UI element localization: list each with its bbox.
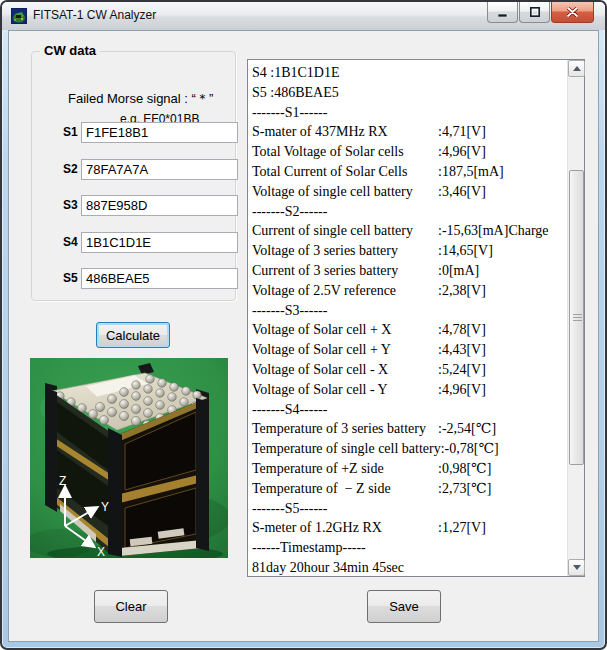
output-line: -------S1------ (252, 103, 567, 123)
scrollbar-grip-icon (573, 314, 582, 322)
app-window: FITSAT-1 CW Analyzer (0, 0, 607, 650)
save-button[interactable]: Save (367, 590, 441, 623)
output-line-label: -------S4------ (252, 400, 438, 420)
s2-input[interactable] (81, 159, 238, 180)
output-line-label: Voltage of single cell battery (252, 182, 438, 202)
scroll-up-button[interactable] (568, 60, 585, 77)
output-line-label: Current of single cell battery (252, 221, 438, 241)
output-line: S-mater of 437MHz RX:4,71[V] (252, 122, 567, 142)
groupbox-title: CW data (40, 43, 100, 58)
output-line-label: Temperature of single cell battery (252, 439, 441, 459)
output-line-label: ------Timestamp----- (252, 538, 438, 558)
output-line: Voltage of 3 series battery:14,65[V] (252, 241, 567, 261)
output-line: Voltage of Solar cell - X:5,24[V] (252, 360, 567, 380)
output-line-value: :0,98[℃] (438, 461, 491, 476)
output-line-value: :4,96[V] (438, 382, 486, 397)
output-line-value: :4,43[V] (438, 342, 486, 357)
output-line: Temperature of +Z side:0,98[℃] (252, 459, 567, 479)
output-line-label: 81day 20hour 34min 45sec (252, 558, 438, 576)
output-lines: S4 :1B1C1D1ES5 :486BEAE5-------S1------S… (248, 60, 567, 576)
maximize-button[interactable] (519, 2, 550, 23)
s2-label: S2 (63, 162, 78, 176)
output-line-label: Voltage of 3 series battery (252, 241, 438, 261)
axis-x-label: X (97, 545, 105, 558)
output-line: Total Voltage of Solar cells:4,96[V] (252, 142, 567, 162)
s4-input[interactable] (81, 232, 238, 253)
output-line: -------S2------ (252, 202, 567, 222)
clear-button[interactable]: Clear (94, 590, 168, 623)
output-line: Voltage of 2.5V reference:2,38[V] (252, 281, 567, 301)
axis-y-label: Y (101, 500, 109, 514)
output-line: S5 :486BEAE5 (252, 83, 567, 103)
output-line-value: :-0,78[℃] (441, 441, 499, 456)
close-icon (567, 7, 578, 17)
telemetry-output-box[interactable]: S4 :1B1C1D1ES5 :486BEAE5-------S1------S… (247, 59, 585, 577)
caption-buttons (487, 2, 594, 23)
output-line-label: Temperature of 3 series battery (252, 419, 438, 439)
axis-z-label: Z (59, 474, 66, 488)
scroll-down-icon (573, 565, 581, 570)
minimize-button[interactable] (487, 2, 518, 23)
output-line-value: :2,38[V] (438, 283, 486, 298)
s1-input[interactable] (81, 122, 238, 143)
output-line-value: :5,24[V] (438, 362, 486, 377)
client-area: CW data Failed Morse signal : “＊” e.g. E… (8, 30, 599, 642)
maximize-icon (530, 7, 540, 17)
window-title: FITSAT-1 CW Analyzer (33, 2, 156, 30)
scroll-down-button[interactable] (568, 559, 585, 576)
scroll-up-icon (573, 66, 581, 71)
s5-input[interactable] (81, 268, 238, 289)
output-line-label: Voltage of Solar cell + Y (252, 340, 438, 360)
output-line-value: :0[mA] (438, 263, 479, 278)
satellite-photo: Z Y X (30, 358, 228, 558)
output-line-label: S5 :486BEAE5 (252, 83, 438, 103)
output-line: Temperature of single cell battery:-0,78… (252, 439, 567, 459)
output-line-label: -------S3------ (252, 301, 438, 321)
output-line-value: :-15,63[mA]Charge (438, 223, 549, 238)
output-line: Temperature of 3 series battery:-2,54[℃] (252, 419, 567, 439)
output-line-label: Current of 3 series battery (252, 261, 438, 281)
output-line-label: S-mater of 437MHz RX (252, 122, 438, 142)
output-line-value: :4,96[V] (438, 144, 486, 159)
output-line: Current of single cell battery:-15,63[mA… (252, 221, 567, 241)
s4-label: S4 (63, 235, 78, 249)
output-line-label: S-meter of 1.2GHz RX (252, 518, 438, 538)
output-line-label: Voltage of Solar cell + X (252, 320, 438, 340)
output-line: Voltage of single cell battery:3,46[V] (252, 182, 567, 202)
output-line: Total Current of Solar Cells:187,5[mA] (252, 162, 567, 182)
output-line-value: :4,78[V] (438, 322, 486, 337)
output-line: 81day 20hour 34min 45sec (252, 558, 567, 576)
s5-label: S5 (63, 271, 78, 285)
output-line-label: -------S2------ (252, 202, 438, 222)
output-line-value: :14,65[V] (438, 243, 493, 258)
minimize-icon (498, 8, 508, 17)
output-line-label: S4 :1B1C1D1E (252, 63, 438, 83)
close-button[interactable] (551, 2, 594, 23)
s1-label: S1 (63, 125, 78, 139)
output-line-value: :1,27[V] (438, 520, 486, 535)
output-line: ------Timestamp----- (252, 538, 567, 558)
output-line: Voltage of Solar cell + X:4,78[V] (252, 320, 567, 340)
output-line-label: Temperature of − Z side (252, 479, 438, 499)
output-line: Voltage of Solar cell + Y:4,43[V] (252, 340, 567, 360)
titlebar[interactable]: FITSAT-1 CW Analyzer (2, 2, 605, 30)
output-line-label: Voltage of Solar cell - X (252, 360, 438, 380)
output-line: Temperature of − Z side:2,73[℃] (252, 479, 567, 499)
output-line: -------S3------ (252, 301, 567, 321)
output-line-label: -------S5------ (252, 499, 438, 519)
s3-label: S3 (63, 198, 78, 212)
output-line-label: Total Current of Solar Cells (252, 162, 438, 182)
output-scrollbar[interactable] (567, 60, 584, 576)
cw-data-groupbox: CW data Failed Morse signal : “＊” e.g. E… (31, 51, 236, 301)
output-line-value: :187,5[mA] (438, 164, 504, 179)
output-line-label: Total Voltage of Solar cells (252, 142, 438, 162)
output-line-label: Voltage of 2.5V reference (252, 281, 438, 301)
calculate-button[interactable]: Calculate (96, 322, 170, 348)
output-line: Voltage of Solar cell - Y:4,96[V] (252, 380, 567, 400)
scrollbar-thumb[interactable] (569, 170, 584, 465)
output-line: -------S4------ (252, 400, 567, 420)
output-line: S4 :1B1C1D1E (252, 63, 567, 83)
s3-input[interactable] (81, 195, 238, 216)
output-line-value: :4,71[V] (438, 124, 486, 139)
output-line-value: :-2,54[℃] (438, 421, 496, 436)
